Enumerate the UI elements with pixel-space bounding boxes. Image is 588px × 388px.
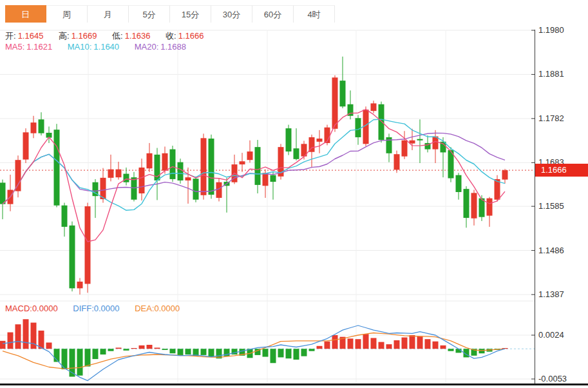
- ma5-label: MA5:: [5, 42, 24, 52]
- candle: [70, 222, 75, 292]
- candle: [247, 141, 253, 163]
- diff-label: DIFF:: [73, 304, 94, 313]
- macd-value: 0.0000: [32, 304, 58, 313]
- macd-bar: [356, 339, 361, 349]
- macd-bar: [309, 349, 315, 351]
- macd-bar: [131, 348, 137, 349]
- candle: [116, 162, 122, 180]
- axis-tick-label: 1.1486: [538, 246, 564, 255]
- macd-bar: [162, 349, 168, 350]
- high-label: 高:: [59, 31, 70, 41]
- macd-bar: [317, 346, 323, 349]
- gridlines: [0, 30, 535, 383]
- macd-bar: [425, 339, 431, 349]
- tab-30分[interactable]: 30分: [211, 5, 252, 23]
- candle: [495, 175, 500, 202]
- candles-layer: [0, 57, 508, 295]
- candle: [255, 140, 261, 193]
- macd-bar: [294, 349, 299, 360]
- macd-bar: [278, 349, 284, 357]
- macd-bar: [301, 349, 307, 356]
- macd-bar: [410, 335, 415, 349]
- candle: [448, 147, 454, 182]
- candle: [108, 155, 114, 181]
- ma5-value: 1.1621: [26, 42, 52, 52]
- macd-bar: [77, 349, 83, 376]
- macd-bar: [448, 349, 454, 351]
- tab-周[interactable]: 周: [46, 5, 88, 23]
- macd-bar: [270, 349, 276, 363]
- candle: [270, 172, 276, 200]
- ma10-label: MA10:: [68, 42, 92, 52]
- candle: [15, 155, 21, 197]
- macd-bar: [23, 319, 29, 349]
- kline-chart-window: 日周月5分15分30分60分4时 开:1.1645 高:1.1669 低:1.1…: [0, 0, 588, 388]
- macd-bar: [402, 338, 408, 349]
- dea-label: DEA:: [135, 304, 154, 313]
- macd-bar: [325, 342, 330, 349]
- macd-bar: [201, 349, 207, 355]
- macd-bar: [147, 345, 153, 349]
- macd-bar: [371, 338, 377, 349]
- macd-bar: [394, 340, 400, 349]
- candle: [502, 169, 508, 184]
- macd-bar: [124, 349, 129, 351]
- tab-日[interactable]: 日: [5, 5, 46, 23]
- tab-月[interactable]: 月: [88, 5, 129, 23]
- candle: [379, 102, 384, 143]
- dea-value: 0.0000: [155, 304, 180, 313]
- candle: [348, 90, 354, 119]
- candle: [464, 186, 469, 228]
- candle: [131, 172, 137, 202]
- macd-bar: [170, 349, 176, 353]
- candle: [139, 159, 145, 200]
- candle: [433, 130, 439, 163]
- candle: [23, 128, 29, 163]
- ma5-line: [3, 110, 505, 242]
- macd-bar: [116, 347, 122, 349]
- candle: [201, 133, 207, 199]
- axis-tick-label: 1.1980: [538, 25, 564, 35]
- timeframe-tab-bar: 日周月5分15分30分60分4时: [0, 0, 588, 26]
- macd-bar: [108, 349, 114, 351]
- candle: [340, 57, 346, 108]
- tab-15分[interactable]: 15分: [170, 5, 211, 23]
- macd-label: MACD:: [5, 304, 32, 313]
- chart-canvas[interactable]: [0, 0, 588, 388]
- macd-bar: [185, 349, 191, 354]
- macd-bar: [209, 349, 214, 356]
- macd-bar: [433, 342, 439, 349]
- candle: [209, 135, 214, 199]
- macd-bar: [8, 333, 14, 349]
- candle: [147, 143, 153, 172]
- candle: [386, 133, 392, 162]
- macd-bar: [332, 335, 338, 349]
- tab-5分[interactable]: 5分: [129, 5, 170, 23]
- candle: [54, 124, 60, 207]
- candle: [294, 128, 299, 160]
- candle: [224, 178, 230, 213]
- macd-bar: [263, 349, 269, 356]
- macd-bar: [178, 349, 184, 356]
- axis-tick-label: 1.1881: [538, 69, 564, 79]
- macd-bar: [39, 331, 44, 349]
- candle: [31, 116, 37, 139]
- macd-bar: [379, 342, 384, 349]
- high-value: 1.1669: [71, 31, 97, 41]
- close-value: 1.1666: [178, 31, 204, 41]
- macd-bar: [363, 334, 369, 349]
- low-value: 1.1636: [125, 31, 151, 41]
- candle: [456, 173, 462, 199]
- macd-bar: [417, 336, 423, 349]
- candle: [410, 129, 415, 150]
- tab-4时[interactable]: 4时: [294, 5, 335, 23]
- last-price-badge: 1.1666: [535, 164, 588, 177]
- axis-tick-label: 0.0024: [538, 330, 564, 340]
- macd-bar: [155, 347, 160, 349]
- candle: [62, 203, 68, 237]
- tab-60分[interactable]: 60分: [252, 5, 294, 23]
- ma-header: MA5:1.1621 MA10:1.1640 MA20:1.1688: [5, 42, 188, 52]
- candle: [85, 203, 91, 293]
- candle: [371, 101, 377, 113]
- candle: [417, 119, 423, 163]
